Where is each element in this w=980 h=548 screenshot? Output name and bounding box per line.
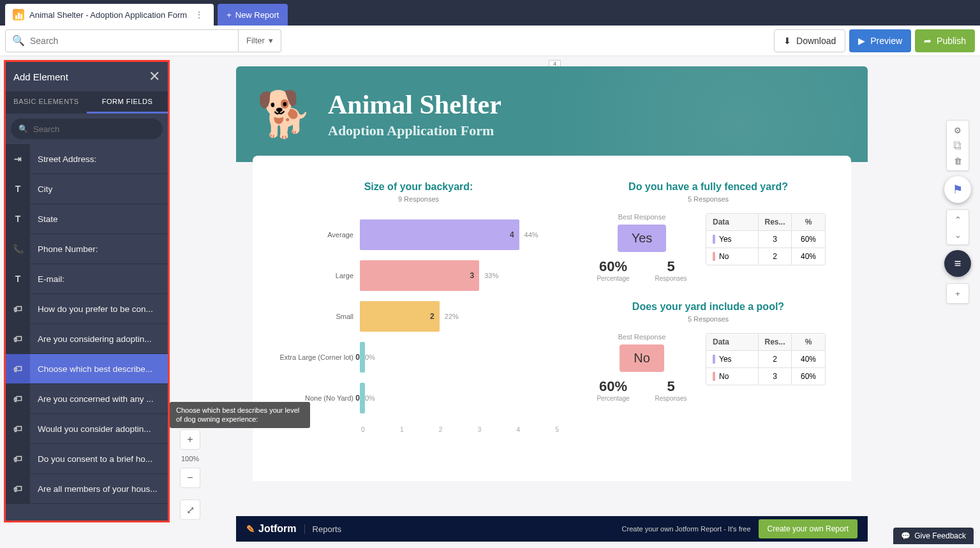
stat-label: Responses bbox=[655, 275, 687, 282]
tag-icon: 🏷 bbox=[6, 414, 30, 443]
chart-subtitle: 9 Responses bbox=[278, 195, 559, 203]
chart-title: Does your yard include a pool? bbox=[591, 301, 826, 313]
text-icon: T bbox=[6, 264, 30, 293]
th-res: Res... bbox=[759, 334, 792, 350]
bar-label: Small bbox=[278, 313, 360, 320]
td-res: 2 bbox=[759, 248, 792, 265]
new-report-button[interactable]: + New Report bbox=[218, 4, 288, 26]
field-list: ⇥Street Address:TCityTState📞Phone Number… bbox=[6, 144, 168, 521]
field-item[interactable]: 🏷Are you concerned with any ... bbox=[6, 384, 168, 414]
bar: 2 bbox=[360, 301, 440, 332]
zoom-in-button[interactable]: + bbox=[180, 429, 200, 450]
preview-label: Preview bbox=[870, 36, 902, 46]
download-label: Download bbox=[796, 36, 836, 46]
stat-percentage: 60% bbox=[597, 378, 629, 395]
data-table: DataRes...%Yes360%No240% bbox=[706, 213, 826, 265]
tab-basic-elements[interactable]: BASIC ELEMENTS bbox=[6, 91, 87, 114]
field-tooltip: Choose which best describes your level o… bbox=[170, 402, 310, 428]
give-feedback-button[interactable]: 💬 Give Feedback bbox=[893, 528, 974, 544]
field-item[interactable]: 📞Phone Number: bbox=[6, 234, 168, 264]
field-label: Phone Number: bbox=[30, 244, 168, 254]
report-footer: ✎Jotform Reports Create your own Jotform… bbox=[236, 516, 868, 542]
best-response-label: Best Response bbox=[591, 213, 693, 221]
chart-backyard[interactable]: Size of your backyard: 9 Responses Avera… bbox=[278, 181, 559, 455]
panel-search[interactable]: 🔍 bbox=[11, 119, 163, 139]
field-item[interactable]: 🏷Are all members of your hous... bbox=[6, 474, 168, 504]
search-box[interactable]: 🔍 bbox=[5, 29, 239, 52]
download-button[interactable]: ⬇ Download bbox=[774, 29, 845, 52]
stat-label: Percentage bbox=[597, 395, 629, 402]
search-input[interactable] bbox=[30, 36, 232, 46]
tab-form-fields[interactable]: FORM FIELDS bbox=[87, 91, 168, 114]
field-item[interactable]: TE-mail: bbox=[6, 264, 168, 294]
settings-icon[interactable]: ⚙ bbox=[949, 123, 966, 137]
field-label: Are you concerned with any ... bbox=[30, 394, 168, 404]
move-down-icon[interactable]: ⌄ bbox=[949, 228, 966, 242]
field-item[interactable]: 🏷Choose which best describe... bbox=[6, 354, 168, 384]
jotform-logo[interactable]: ✎Jotform bbox=[246, 523, 297, 535]
td-pct: 40% bbox=[792, 351, 825, 367]
best-response-value: No bbox=[620, 344, 664, 372]
pen-icon: ✎ bbox=[246, 523, 255, 535]
field-item[interactable]: ⇥Street Address: bbox=[6, 144, 168, 174]
publish-button[interactable]: ➦ Publish bbox=[915, 29, 975, 52]
move-up-icon[interactable]: ⌃ bbox=[949, 212, 966, 226]
td-res: 2 bbox=[759, 351, 792, 367]
field-label: Are you considering adoptin... bbox=[30, 334, 168, 344]
report-subtitle: Adoption Application Form bbox=[328, 122, 501, 139]
table-row: No360% bbox=[706, 368, 825, 385]
flag-button[interactable]: ⚑ bbox=[944, 176, 971, 203]
th-res: Res... bbox=[759, 214, 792, 230]
field-item[interactable]: 🏷Are you considering adoptin... bbox=[6, 324, 168, 354]
field-label: E-mail: bbox=[30, 274, 168, 284]
field-item[interactable]: 🏷Do you consent to a brief ho... bbox=[6, 444, 168, 474]
data-table: DataRes...%Yes240%No360% bbox=[706, 333, 826, 385]
copy-icon[interactable]: ⿻ bbox=[949, 138, 966, 152]
chart-fenced[interactable]: Do you have a fully fenced yard? 5 Respo… bbox=[591, 181, 826, 282]
report-canvas: 4 🐕 Animal Shelter Adoption Application … bbox=[236, 61, 868, 542]
trash-icon[interactable]: 🗑 bbox=[949, 154, 966, 168]
bar: 4 bbox=[360, 219, 519, 250]
tag-icon: 🏷 bbox=[6, 384, 30, 413]
layers-button[interactable]: ≡ bbox=[944, 250, 971, 277]
field-item[interactable]: 🏷How do you prefer to be con... bbox=[6, 294, 168, 324]
chart-title: Do you have a fully fenced yard? bbox=[591, 181, 826, 193]
report-tab[interactable]: Animal Shelter - Adoption Application Fo… bbox=[5, 4, 214, 26]
td-data: No bbox=[706, 248, 759, 265]
text-icon: T bbox=[6, 204, 30, 233]
search-icon: 🔍 bbox=[19, 124, 28, 133]
new-report-label: New Report bbox=[235, 10, 279, 20]
topbar: Animal Shelter - Adoption Application Fo… bbox=[0, 0, 980, 26]
add-icon[interactable]: + bbox=[949, 286, 966, 300]
stat-percentage: 60% bbox=[597, 258, 629, 275]
th-data: Data bbox=[706, 214, 759, 230]
close-icon[interactable]: ✕ bbox=[149, 68, 160, 85]
bar-row: Large 3 33% bbox=[278, 259, 559, 292]
field-item[interactable]: TCity bbox=[6, 174, 168, 204]
report-header[interactable]: 🐕 Animal Shelter Adoption Application Fo… bbox=[236, 66, 868, 162]
toolbar: 🔍 Filter ▾ ⬇ Download ▶ Preview ➦ Publis… bbox=[0, 26, 980, 56]
tab-menu-icon[interactable]: ⋮ bbox=[192, 10, 206, 20]
table-row: Yes360% bbox=[706, 231, 825, 248]
table-row: Yes240% bbox=[706, 351, 825, 368]
zoom-out-button[interactable]: − bbox=[180, 468, 200, 488]
preview-button[interactable]: ▶ Preview bbox=[849, 29, 911, 52]
color-swatch bbox=[713, 235, 715, 244]
create-report-button[interactable]: Create your own Report bbox=[759, 519, 858, 538]
filter-button[interactable]: Filter ▾ bbox=[239, 29, 281, 52]
fit-screen-button[interactable]: ⤢ bbox=[180, 500, 200, 520]
field-label: Are all members of your hous... bbox=[30, 484, 168, 494]
footer-cta-text: Create your own Jotform Report - It's fr… bbox=[622, 525, 751, 533]
chart-pool[interactable]: Does your yard include a pool? 5 Respons… bbox=[591, 301, 826, 402]
plus-icon: + bbox=[226, 10, 232, 20]
best-response-label: Best Response bbox=[591, 333, 693, 341]
stat-label: Responses bbox=[655, 395, 687, 402]
panel-title: Add Element bbox=[13, 71, 68, 82]
field-item[interactable]: TState bbox=[6, 204, 168, 234]
search-icon: 🔍 bbox=[12, 34, 25, 47]
panel-search-input[interactable] bbox=[33, 124, 155, 134]
indent-icon: ⇥ bbox=[6, 144, 30, 174]
field-item[interactable]: 🏷Would you consider adoptin... bbox=[6, 414, 168, 444]
share-icon: ➦ bbox=[924, 36, 932, 46]
chat-icon: 💬 bbox=[901, 531, 910, 540]
